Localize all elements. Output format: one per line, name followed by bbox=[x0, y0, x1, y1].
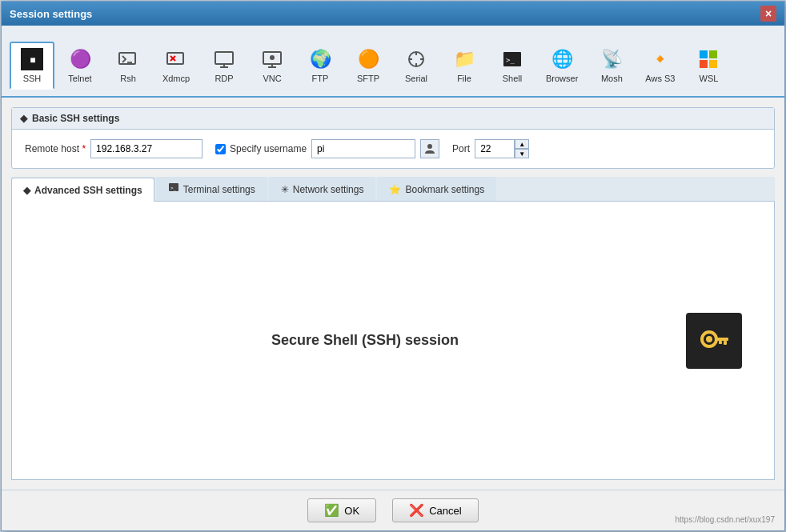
svg-rect-28 bbox=[716, 338, 728, 341]
tab-awss3-label: Aws S3 bbox=[645, 74, 675, 83]
tab-awss3[interactable]: 🔸 Aws S3 bbox=[637, 42, 683, 90]
svg-point-23 bbox=[427, 144, 432, 149]
tab-mosh-label: Mosh bbox=[601, 74, 623, 83]
tab-browser[interactable]: 🌐 Browser bbox=[538, 42, 586, 90]
tab-advanced-ssh-icon: ◆ bbox=[23, 185, 30, 196]
tab-network[interactable]: ✳ Network settings bbox=[269, 177, 376, 201]
svg-rect-21 bbox=[700, 60, 708, 68]
rsh-icon bbox=[117, 48, 139, 70]
basic-settings-header: ◆ Basic SSH settings bbox=[12, 108, 774, 130]
shell-icon: >_ bbox=[501, 48, 523, 70]
close-button[interactable]: × bbox=[760, 6, 776, 22]
tab-telnet-label: Telnet bbox=[68, 74, 91, 83]
title-bar: Session settings × bbox=[2, 2, 784, 26]
serial-icon bbox=[405, 48, 427, 70]
tab-advanced-ssh[interactable]: ◆ Advanced SSH settings bbox=[11, 178, 154, 202]
required-marker: * bbox=[82, 143, 86, 154]
tab-telnet[interactable]: 🟣 Telnet bbox=[58, 42, 102, 90]
tab-ssh[interactable]: ◆ SSH bbox=[10, 42, 54, 90]
ftp-icon: 🌍 bbox=[309, 48, 331, 70]
ok-button[interactable]: ✅ OK bbox=[307, 498, 376, 522]
tab-sftp-label: SFTP bbox=[357, 74, 379, 83]
settings-tab-bar: ◆ Advanced SSH settings >_ Terminal sett… bbox=[11, 177, 775, 202]
session-settings-dialog: Session settings × ◆ SSH 🟣 Telnet Rsh bbox=[1, 1, 785, 531]
cancel-button[interactable]: ❌ Cancel bbox=[392, 498, 478, 522]
svg-rect-2 bbox=[167, 53, 183, 64]
tab-sftp[interactable]: 🟠 SFTP bbox=[346, 42, 391, 90]
tab-xdmcp[interactable]: Xdmcp bbox=[154, 42, 199, 90]
basic-settings-title: Basic SSH settings bbox=[32, 113, 119, 124]
tab-file[interactable]: 📁 File bbox=[442, 42, 487, 90]
user-icon bbox=[423, 142, 436, 155]
tab-file-label: File bbox=[457, 74, 471, 83]
tab-serial[interactable]: Serial bbox=[394, 42, 439, 90]
specify-username-label[interactable]: Specify username bbox=[230, 143, 307, 154]
tab-rsh[interactable]: Rsh bbox=[106, 42, 150, 90]
sftp-icon: 🟠 bbox=[357, 48, 379, 70]
port-spinner: ▲ ▼ bbox=[515, 139, 529, 158]
file-icon: 📁 bbox=[453, 48, 475, 70]
tab-wsl-label: WSL bbox=[700, 74, 719, 83]
remote-host-input[interactable] bbox=[90, 139, 203, 158]
footer-url: https://blog.csdn.net/xux197 bbox=[675, 515, 775, 524]
tab-terminal-icon: >_ bbox=[168, 182, 179, 196]
tab-shell-label: Shell bbox=[503, 74, 522, 83]
footer: ✅ OK ❌ Cancel https://blog.csdn.net/xux1… bbox=[2, 490, 784, 530]
cancel-label: Cancel bbox=[429, 505, 461, 517]
port-decrement-button[interactable]: ▼ bbox=[515, 149, 529, 158]
tab-vnc-label: VNC bbox=[263, 74, 281, 83]
tab-rsh-label: Rsh bbox=[120, 74, 136, 83]
remote-host-label: Remote host * bbox=[25, 143, 86, 154]
tab-content-area: Secure Shell (SSH) session bbox=[11, 202, 775, 480]
port-input[interactable] bbox=[475, 139, 515, 158]
cancel-icon: ❌ bbox=[409, 503, 424, 518]
toolbar: ◆ SSH 🟣 Telnet Rsh Xdmcp RD bbox=[2, 26, 784, 98]
tab-network-icon: ✳ bbox=[281, 184, 289, 195]
tab-mosh[interactable]: 📡 Mosh bbox=[589, 42, 634, 90]
user-picker-button[interactable] bbox=[420, 139, 439, 158]
key-icon-box bbox=[686, 313, 742, 369]
tab-terminal-label: Terminal settings bbox=[183, 184, 255, 195]
mosh-icon: 📡 bbox=[600, 48, 623, 70]
telnet-icon: 🟣 bbox=[69, 48, 91, 70]
tab-bookmark[interactable]: ⭐ Bookmark settings bbox=[377, 177, 496, 201]
tab-terminal[interactable]: >_ Terminal settings bbox=[156, 177, 267, 201]
content-area: ◆ Basic SSH settings Remote host * Speci bbox=[2, 98, 784, 490]
svg-text:>_: >_ bbox=[506, 56, 515, 64]
basic-settings-icon: ◆ bbox=[20, 113, 27, 124]
port-increment-button[interactable]: ▲ bbox=[515, 139, 529, 149]
ok-label: OK bbox=[344, 505, 359, 517]
basic-settings-content: Remote host * Specify username bbox=[12, 130, 774, 168]
tab-vnc[interactable]: VNC bbox=[250, 42, 295, 90]
svg-rect-20 bbox=[709, 50, 717, 58]
awss3-icon: 🔸 bbox=[649, 48, 672, 70]
svg-rect-30 bbox=[719, 341, 722, 344]
remote-host-group: Remote host * bbox=[25, 139, 203, 158]
svg-rect-29 bbox=[724, 341, 727, 345]
port-label: Port bbox=[452, 143, 470, 154]
tab-ssh-label: SSH bbox=[23, 74, 42, 83]
browser-icon: 🌐 bbox=[551, 48, 573, 70]
dialog-title: Session settings bbox=[10, 8, 92, 20]
svg-rect-5 bbox=[215, 52, 233, 64]
tab-serial-label: Serial bbox=[405, 74, 427, 83]
tab-wsl[interactable]: WSL bbox=[686, 42, 731, 90]
svg-text:>_: >_ bbox=[170, 185, 177, 191]
port-group: Port ▲ ▼ bbox=[452, 139, 529, 158]
specify-username-group: Specify username bbox=[215, 139, 439, 158]
svg-rect-22 bbox=[709, 60, 717, 68]
tab-bookmark-label: Bookmark settings bbox=[405, 184, 484, 195]
vnc-icon bbox=[261, 48, 283, 70]
tab-ftp[interactable]: 🌍 FTP bbox=[298, 42, 343, 90]
username-input[interactable] bbox=[311, 139, 415, 158]
tab-bookmark-icon: ⭐ bbox=[389, 184, 401, 195]
tab-shell[interactable]: >_ Shell bbox=[490, 42, 535, 90]
tab-advanced-ssh-label: Advanced SSH settings bbox=[34, 185, 142, 196]
basic-settings-section: ◆ Basic SSH settings Remote host * Speci bbox=[11, 107, 775, 169]
tab-rdp[interactable]: RDP bbox=[202, 42, 247, 90]
specify-username-checkbox[interactable] bbox=[215, 144, 226, 154]
svg-point-27 bbox=[706, 336, 712, 342]
settings-tabs-section: ◆ Advanced SSH settings >_ Terminal sett… bbox=[11, 177, 775, 480]
key-icon bbox=[696, 323, 732, 358]
svg-point-11 bbox=[270, 55, 275, 60]
